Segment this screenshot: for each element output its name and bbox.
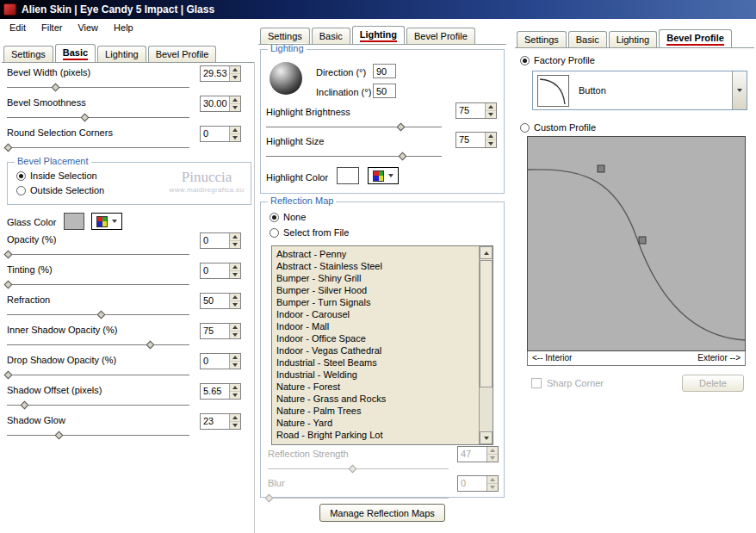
outside-selection-label[interactable]: Outside Selection [30,185,104,195]
list-item[interactable]: Bumper - Turn Signals [272,296,478,308]
curve-handle[interactable] [639,237,646,244]
inside-selection-radio[interactable] [16,171,26,181]
list-item[interactable]: Abstract - Stainless Steel [272,260,478,272]
spin-down-button[interactable] [230,271,240,278]
spin-value[interactable]: 29.53 [201,66,229,81]
spin-up-button[interactable] [230,263,240,271]
list-item[interactable]: Indoor - Vegas Cathedral [272,344,478,356]
list-item[interactable]: Nature - Forest [272,381,478,393]
spin-value[interactable]: 75 [456,103,485,118]
menu-view[interactable]: View [70,21,106,36]
spin-up-button[interactable] [230,294,240,301]
tab-settings[interactable]: Settings [3,46,53,62]
combo-dropdown-button[interactable] [732,71,747,109]
slider-thumb[interactable] [55,431,64,440]
slider-thumb[interactable] [21,401,29,410]
list-item[interactable]: Bumper - Silver Hood [272,284,478,296]
tab-bevel-profile[interactable]: Bevel Profile [659,29,732,47]
tab-basic[interactable]: Basic [55,44,96,62]
spin-up-button[interactable] [230,324,240,332]
spin-down-button[interactable] [230,301,240,308]
reflection-file-label[interactable]: Select from File [283,227,349,238]
refraction-spinbox[interactable]: 50 [200,293,241,309]
spin-up-button[interactable] [486,103,496,111]
list-scrollbar[interactable] [479,246,493,444]
slider-thumb[interactable] [146,341,155,350]
scroll-up-button[interactable] [480,246,493,259]
spin-down-button[interactable] [230,332,240,338]
spin-value[interactable]: 75 [201,324,229,338]
reflection-none-label[interactable]: None [283,212,306,222]
slider-thumb[interactable] [397,123,406,132]
slider-thumb[interactable] [81,114,90,122]
slider-thumb[interactable] [399,152,407,161]
spin-value[interactable]: 50 [201,294,229,308]
outside-selection-radio[interactable] [16,186,26,195]
spin-up-button[interactable] [230,354,240,362]
scroll-down-button[interactable] [480,431,493,444]
spin-up-button[interactable] [230,414,240,422]
bevel-profile-curve-editor[interactable] [527,136,746,351]
glass-color-swatch[interactable] [64,213,84,230]
spin-down-button[interactable] [486,111,496,118]
highlight-brightness-spinbox[interactable]: 75 [455,102,497,119]
slider-track[interactable] [7,375,189,375]
slider-track[interactable] [7,117,189,118]
slider-thumb[interactable] [52,84,60,92]
slider-track[interactable] [7,344,189,345]
list-item[interactable]: Bumper - Shiny Grill [272,272,478,284]
slider-thumb[interactable] [97,311,106,319]
highlight-color-picker-button[interactable] [368,167,399,184]
tab-basic[interactable]: Basic [312,28,350,44]
spin-down-button[interactable] [230,74,240,81]
tab-lighting[interactable]: Lighting [97,46,146,62]
spin-down-button[interactable] [230,392,240,399]
reflection-none-radio[interactable] [270,213,279,222]
bevel-smoothness-spinbox[interactable]: 30.00 [200,96,241,112]
title-bar[interactable]: Alien Skin | Eye Candy 5 Impact | Glass [0,0,756,19]
menu-filter[interactable]: Filter [34,21,70,36]
slider-track[interactable] [7,147,189,148]
spin-down-button[interactable] [230,241,240,248]
direction-input[interactable]: 90 [373,64,396,78]
list-item[interactable]: Indoor - Mall [272,320,478,332]
spin-value[interactable]: 23 [201,414,229,429]
slider-track[interactable] [266,127,442,127]
slider-track[interactable] [7,87,189,88]
menu-edit[interactable]: Edit [2,21,34,36]
menu-help[interactable]: Help [106,21,141,36]
inside-selection-label[interactable]: Inside Selection [30,170,97,181]
spin-up-button[interactable] [230,127,240,134]
spin-down-button[interactable] [230,134,240,141]
spin-down-button[interactable] [230,104,240,111]
tab-lighting[interactable]: Lighting [352,26,405,44]
opacity-spinbox[interactable]: 0 [200,232,241,249]
custom-profile-label[interactable]: Custom Profile [534,122,596,133]
spin-value[interactable]: 0 [201,263,229,278]
tab-basic[interactable]: Basic [568,31,607,47]
glass-color-picker-button[interactable] [91,213,122,230]
highlight-color-swatch[interactable] [337,167,359,184]
list-item[interactable]: Road - Bright Parking Lot [272,429,478,441]
list-item[interactable]: Industrial - Welding [272,369,478,381]
spin-value[interactable]: 0 [201,354,229,369]
list-item[interactable]: Nature - Palm Trees [272,405,478,417]
bevel-width-spinbox[interactable]: 29.53 [200,65,241,82]
spin-down-button[interactable] [486,140,496,147]
round-corners-spinbox[interactable]: 0 [200,126,241,142]
slider-track[interactable] [266,156,442,157]
spin-up-button[interactable] [230,233,240,241]
slider-thumb[interactable] [4,144,13,152]
curve-handle[interactable] [598,165,604,172]
shadow-offset-spinbox[interactable]: 5.65 [200,383,241,400]
spin-down-button[interactable] [230,362,240,369]
reflection-file-radio[interactable] [270,228,279,238]
shadow-glow-spinbox[interactable]: 23 [200,413,241,430]
inclination-input[interactable]: 50 [373,84,396,98]
custom-profile-radio[interactable] [520,123,530,133]
scrollbar-thumb[interactable] [480,260,493,387]
spin-up-button[interactable] [230,96,240,104]
drop-shadow-spinbox[interactable]: 0 [200,353,241,369]
factory-profile-combo[interactable]: Button [532,71,747,110]
tab-settings[interactable]: Settings [260,28,310,44]
